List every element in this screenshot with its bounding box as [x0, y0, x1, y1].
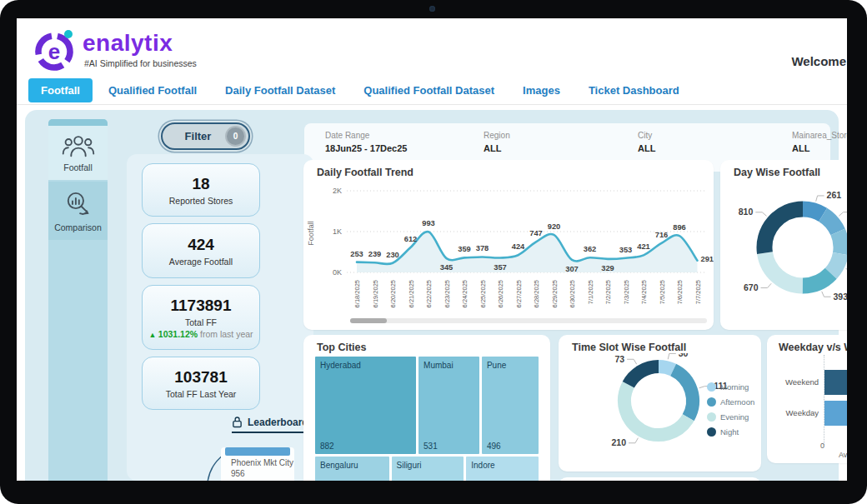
filter-field-city[interactable]: CityALL	[638, 131, 655, 153]
sidebar: FootfallComparison	[48, 119, 108, 481]
x-axis-tick: 6/24/2025	[461, 280, 469, 307]
data-label: 747	[529, 229, 543, 237]
donut-segment-evening[interactable]	[624, 385, 689, 435]
donut-segment-morning[interactable]	[659, 367, 674, 370]
bar-axis-label: Average Footfall	[839, 451, 847, 459]
filter-field-value: ALL	[484, 143, 510, 153]
leaderboard-link[interactable]: Leaderboard	[232, 416, 312, 433]
filter-button[interactable]: Filter 0	[161, 122, 250, 150]
x-axis-tick: 7/3/2025	[623, 280, 630, 304]
x-axis-tick: 7/7/2025	[694, 280, 702, 304]
kpi-card-average-footfall: 424Average Footfall	[142, 223, 260, 278]
label-leader-line	[822, 292, 831, 297]
treemap-tile-value: 531	[423, 442, 438, 451]
sidebar-item-label: Footfall	[48, 162, 108, 180]
legend-dot	[707, 427, 716, 437]
data-label: 357	[494, 263, 507, 272]
tab-qualified-footfall-dataset[interactable]: Qualified Footfall Dataset	[351, 78, 507, 102]
legend-label: Morning	[720, 382, 749, 392]
sidebar-item-footfall[interactable]: Footfall	[48, 126, 108, 180]
filter-field-value: ALL	[638, 143, 655, 153]
enalytix-logo-icon: e	[32, 27, 78, 74]
kpi-list: 18Reported Stores424Average Footfall1173…	[142, 163, 260, 410]
donut-segment[interactable]	[838, 232, 841, 253]
treemap-tile-mumbai[interactable]: Mumbai531	[418, 357, 479, 454]
x-axis-tick: 7/5/2025	[659, 280, 666, 304]
leaderboard-top-card[interactable]: Phoenix Mkt City 956	[221, 447, 294, 481]
donut-segment-afternoon[interactable]	[674, 370, 693, 417]
filter-field-value: ALL	[792, 143, 847, 153]
filter-field-label: Mainarea_Storecode	[792, 131, 847, 140]
filter-field-region[interactable]: RegionALL	[484, 131, 510, 153]
x-axis-tick: 6/18/2025	[353, 280, 361, 307]
data-label: 239	[368, 250, 382, 258]
chart-title-weekday-vs-weekend: Weekday v/s Weekend	[779, 342, 847, 353]
legend-label: Evening	[720, 412, 749, 422]
treemap-tile-bengaluru[interactable]: Bengaluru	[315, 457, 389, 481]
x-axis-tick: 6/26/2025	[497, 280, 504, 307]
treemap-tile-name: Siliguri	[397, 461, 422, 470]
day-wise-footfall-card: Day Wise Footfall 261393670810	[720, 160, 847, 330]
legend-item-morning[interactable]: Morning	[707, 382, 754, 392]
legend-item-evening[interactable]: Evening	[707, 412, 754, 422]
treemap-tile-hyderabad[interactable]: Hyderabad882	[315, 357, 416, 454]
donut-segment[interactable]	[764, 253, 802, 286]
tab-footfall[interactable]: Footfall	[28, 78, 93, 102]
filter-field-mainarea-storecode[interactable]: Mainarea_StorecodeALL	[792, 131, 847, 153]
donut-segment[interactable]	[823, 215, 838, 232]
data-label: 362	[584, 245, 597, 253]
kpi-delta: ▲ 1031.12% from last year	[148, 329, 253, 339]
kpi-card-total-ff: 1173891Total FF▲ 1031.12% from last year	[142, 285, 260, 350]
donut-segment[interactable]	[803, 209, 823, 215]
app-window: e enalytix #AI Simplified for businesses…	[17, 18, 847, 481]
y-axis-tick: 1K	[333, 227, 342, 236]
kpi-card-total-ff-last-year: 103781Total FF Last Year	[142, 357, 260, 410]
donut-segment[interactable]	[831, 254, 841, 274]
chart-scrollbar-thumb[interactable]	[350, 318, 387, 323]
bar-row-weekend: Weekend	[767, 370, 847, 395]
filter-field-date-range[interactable]: Date Range18Jun25 - 17Dec25	[325, 131, 407, 153]
legend-item-night[interactable]: Night	[707, 427, 754, 437]
data-label: 896	[673, 223, 686, 232]
label-leader-line	[627, 359, 637, 364]
day-wise-footfall-donut[interactable]: 261393670810	[720, 180, 847, 330]
top-cities-card: Top Cities Hyderabad882Mumbai531Pune496B…	[303, 335, 550, 481]
x-axis-tick: 6/22/2025	[425, 280, 433, 307]
bar-weekday[interactable]	[824, 401, 847, 426]
treemap-tile-indore[interactable]: Indore	[466, 457, 539, 481]
legend-item-afternoon[interactable]: Afternoon	[707, 397, 754, 407]
treemap-tile-name: Mumbai	[423, 361, 454, 370]
filter-badge[interactable]: 0	[225, 126, 246, 147]
svg-text:e: e	[48, 39, 60, 64]
donut-label: 393	[833, 292, 847, 302]
treemap-tile-siliguri[interactable]: Siliguri	[392, 457, 464, 481]
tab-daily-footfall-dataset[interactable]: Daily Footfall Dataset	[213, 78, 348, 102]
donut-segment[interactable]	[764, 209, 803, 253]
donut-segment-night[interactable]	[629, 367, 659, 385]
data-label: 359	[458, 245, 471, 253]
weekday-vs-weekend-chart[interactable]: WeekendWeekday	[767, 360, 847, 440]
tab-ticket-dashboard[interactable]: Ticket Dashboard	[576, 78, 692, 102]
leaderboard-title: Leaderboard	[248, 417, 308, 428]
chart-scrollbar-track[interactable]	[350, 318, 707, 323]
magnifier-chart-icon	[64, 206, 92, 220]
donut-segment[interactable]	[803, 273, 831, 286]
tab-images[interactable]: Images	[510, 78, 573, 102]
label-leader-line	[761, 283, 772, 287]
leaderboard-bar	[225, 447, 290, 456]
daily-footfall-trend-chart[interactable]: Footfall2K1K0K25323923061299334535937835…	[303, 180, 714, 328]
sidebar-item-comparison[interactable]: Comparison	[48, 182, 108, 240]
filter-field-label: City	[638, 131, 655, 140]
tab-qualified-footfall[interactable]: Qualified Footfall	[96, 78, 209, 102]
daily-footfall-trend-card: Daily Footfall Trend Footfall2K1K0K25323…	[303, 160, 714, 330]
legend-dot	[707, 412, 716, 422]
divider	[17, 104, 847, 105]
bar-weekend[interactable]	[824, 370, 847, 395]
chart-title-daily-footfall-trend: Daily Footfall Trend	[317, 167, 413, 178]
x-axis-tick: 7/2/2025	[604, 280, 612, 304]
filter-field-value: 18Jun25 - 17Dec25	[325, 143, 407, 153]
treemap-tile-pune[interactable]: Pune496	[482, 357, 539, 454]
bar-axis-line	[824, 355, 824, 445]
webcam-icon	[429, 6, 435, 12]
filter-field-label: Region	[484, 131, 510, 140]
